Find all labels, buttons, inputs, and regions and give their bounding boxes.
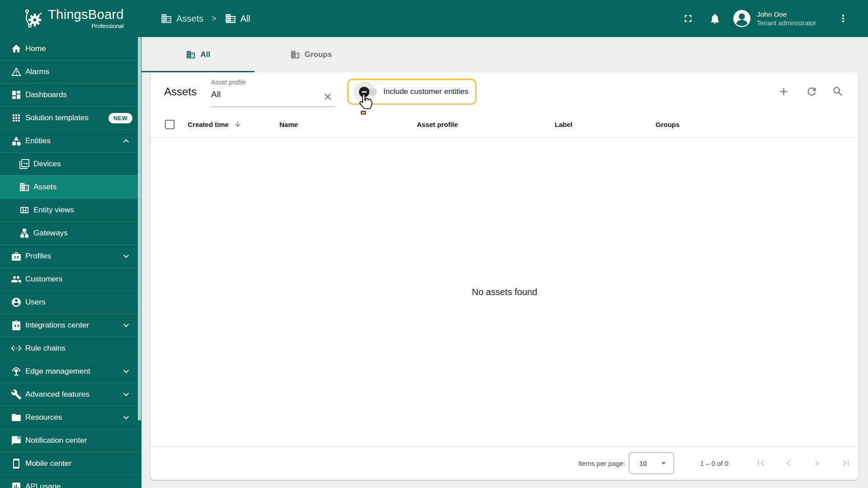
include-customer-entities-highlight: Include customer entities <box>347 79 476 105</box>
building-icon <box>160 13 172 24</box>
refresh-icon <box>806 85 818 98</box>
sidebar-item-integrations-center[interactable]: Integrations center <box>0 314 142 337</box>
category-icon <box>11 136 22 146</box>
chevron-down-icon <box>121 251 132 262</box>
select-all-checkbox[interactable] <box>165 120 175 129</box>
column-asset-profile[interactable]: Asset profile <box>417 111 458 138</box>
column-label[interactable]: Label <box>555 111 572 138</box>
items-per-page-value: 10 <box>639 460 647 467</box>
sidebar-item-rule-chains[interactable]: Rule chains <box>0 337 142 360</box>
assets-toolbar: Assets Asset profile All Include custome… <box>151 72 859 111</box>
thingsboard-app: ThingsBoard Professional Assets > All <box>0 0 868 488</box>
empty-message: No assets found <box>472 287 538 297</box>
previous-page-button[interactable] <box>779 454 797 472</box>
integration-icon <box>11 320 22 331</box>
clear-filter-button[interactable] <box>322 91 334 103</box>
sidebar-item-users[interactable]: Users <box>0 291 142 314</box>
account-circle-icon <box>11 297 22 308</box>
main-content: All Groups Assets Asset profile All <box>142 37 868 488</box>
table-header-row: Created time Name Asset profile Label Gr… <box>151 111 859 138</box>
user-role: Tenant administrator <box>757 19 825 28</box>
page-title: Assets <box>164 85 197 98</box>
folder-icon <box>11 412 22 423</box>
sidebar-item-solution-templates[interactable]: Solution templates NEW <box>0 106 142 129</box>
avatar-icon <box>733 9 751 28</box>
ethernet-icon <box>11 343 22 354</box>
refresh-button[interactable] <box>802 82 821 100</box>
first-page-button[interactable] <box>752 454 770 472</box>
sidebar-item-home[interactable]: Home <box>0 37 142 60</box>
smartphone-icon <box>11 458 22 469</box>
sidebar-scrollbar[interactable] <box>138 37 141 420</box>
last-page-icon <box>840 457 852 469</box>
toggle-label: Include customer entities <box>383 87 468 96</box>
logo-subtitle: Professional <box>48 23 124 29</box>
view-quilt-icon <box>19 205 30 216</box>
sidebar-item-dashboards[interactable]: Dashboards <box>0 83 142 106</box>
header-actions: John Doe Tenant administrator <box>682 9 868 28</box>
wrench-icon <box>11 389 22 400</box>
sidebar-item-customers[interactable]: Customers <box>0 267 142 291</box>
close-icon <box>322 91 333 102</box>
antenna-icon <box>11 366 22 377</box>
badge-icon <box>11 251 22 262</box>
filter-label: Asset profile <box>211 79 335 86</box>
tab-all[interactable]: All <box>142 37 255 72</box>
devices-icon <box>19 159 30 169</box>
bell-icon <box>709 13 721 25</box>
logo[interactable]: ThingsBoard Professional <box>0 8 142 29</box>
sidebar-item-resources[interactable]: Resources <box>0 406 142 429</box>
tab-label: Groups <box>305 50 332 59</box>
logo-text: ThingsBoard Professional <box>48 8 124 29</box>
asset-profile-filter[interactable]: Asset profile All <box>211 78 335 107</box>
chevron-right-icon <box>811 457 823 469</box>
search-icon <box>832 85 844 98</box>
notifications-button[interactable] <box>709 13 721 25</box>
dashboards-icon <box>11 89 22 100</box>
people-icon <box>11 274 22 285</box>
sidebar-item-devices[interactable]: Devices <box>0 152 142 175</box>
chevron-down-icon <box>121 412 132 423</box>
include-customer-entities-toggle[interactable] <box>354 81 377 102</box>
home-icon <box>11 43 22 54</box>
sidebar-item-mobile-center[interactable]: Mobile center <box>0 452 142 475</box>
column-name[interactable]: Name <box>279 111 298 138</box>
add-asset-button[interactable] <box>774 82 793 100</box>
fullscreen-button[interactable] <box>682 13 694 24</box>
sidebar-item-edge-management[interactable]: Edge management <box>0 360 142 383</box>
column-created-time[interactable]: Created time <box>188 111 242 138</box>
breadcrumb-assets[interactable]: Assets <box>160 13 203 24</box>
sidebar-item-alarms[interactable]: Alarms <box>0 60 142 83</box>
plus-icon <box>778 85 790 98</box>
more-menu-button[interactable] <box>837 13 849 24</box>
breadcrumb-label: Assets <box>176 14 203 24</box>
column-groups[interactable]: Groups <box>656 111 679 138</box>
tab-bar: All Groups <box>142 37 868 72</box>
building-icon <box>19 182 30 192</box>
tab-groups[interactable]: Groups <box>255 37 368 72</box>
sidebar-item-assets[interactable]: Assets <box>0 175 142 198</box>
logo-title: ThingsBoard <box>48 8 124 21</box>
sidebar-item-entity-views[interactable]: Entity views <box>0 198 142 221</box>
search-button[interactable] <box>829 82 847 100</box>
sidebar-item-notification-center[interactable]: Notification center <box>0 429 142 452</box>
sidebar-item-api-usage[interactable]: API usage <box>0 475 142 488</box>
chevron-down-icon <box>121 366 132 377</box>
sidebar-item-gateways[interactable]: Gateways <box>0 221 142 244</box>
breadcrumb-all[interactable]: All <box>225 13 250 24</box>
next-page-button[interactable] <box>808 454 826 472</box>
user-avatar[interactable] <box>733 9 751 28</box>
chevron-up-icon <box>121 136 132 146</box>
user-info[interactable]: John Doe Tenant administrator <box>757 10 825 28</box>
sidebar-item-profiles[interactable]: Profiles <box>0 244 142 267</box>
sidebar-item-advanced-features[interactable]: Advanced features <box>0 383 142 406</box>
building-icon <box>290 50 300 60</box>
items-per-page-select[interactable]: 10 <box>629 452 674 474</box>
more-vert-icon <box>837 13 849 24</box>
paginator: Items per page: 10 1 – 0 of 0 <box>151 446 859 479</box>
last-page-button[interactable] <box>837 454 855 472</box>
breadcrumb: Assets > All <box>160 13 250 24</box>
sort-desc-arrow-icon <box>234 120 242 128</box>
page-range-label: 1 – 0 of 0 <box>696 460 732 467</box>
sidebar-item-entities[interactable]: Entities <box>0 129 142 152</box>
